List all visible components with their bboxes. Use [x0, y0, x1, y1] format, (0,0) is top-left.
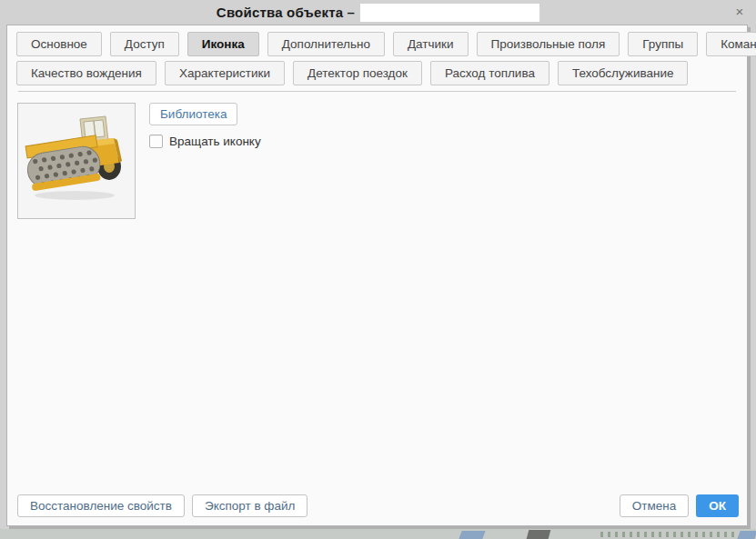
tab-access[interactable]: Доступ — [110, 32, 179, 56]
library-button[interactable]: Библиотека — [149, 103, 237, 125]
tab-commands[interactable]: Команды — [706, 32, 756, 56]
dialog-footer: Восстановление свойств Экспорт в файл От… — [17, 494, 739, 517]
tab-bar: Основное Доступ Иконка Дополнительно Дат… — [7, 25, 747, 92]
ok-button[interactable]: ОК — [696, 494, 739, 517]
tab-row-2: Качество вождения Характеристики Детекто… — [16, 61, 738, 85]
background-page-strip — [0, 529, 756, 539]
tab-icon[interactable]: Иконка — [187, 32, 259, 56]
background-artifact — [459, 531, 485, 539]
background-artifact — [737, 531, 756, 539]
object-name-redacted — [360, 4, 539, 22]
background-artifact — [527, 530, 551, 539]
tab-custom-fields[interactable]: Произвольные поля — [477, 32, 620, 56]
rotate-icon-label: Вращать иконку — [169, 135, 261, 148]
tab-trip-detector[interactable]: Детектор поездок — [293, 61, 422, 85]
object-properties-dialog: Основное Доступ Иконка Дополнительно Дат… — [6, 25, 748, 526]
rotate-icon-option[interactable]: Вращать иконку — [149, 135, 261, 148]
tab-maintenance[interactable]: Техобслуживание — [558, 61, 689, 85]
tab-characteristics[interactable]: Характеристики — [165, 61, 285, 85]
export-to-file-button[interactable]: Экспорт в файл — [192, 494, 307, 517]
tab-row-1: Основное Доступ Иконка Дополнительно Дат… — [16, 32, 738, 56]
icon-options: Библиотека Вращать иконку — [149, 103, 261, 148]
tab-main[interactable]: Основное — [16, 32, 102, 56]
icon-tab-content: Библиотека Вращать иконку — [7, 92, 747, 219]
tab-fuel-consumption[interactable]: Расход топлива — [430, 61, 549, 85]
close-icon[interactable]: × — [731, 4, 748, 20]
cancel-button[interactable]: Отмена — [620, 494, 689, 517]
tab-sensors[interactable]: Датчики — [393, 32, 469, 56]
restore-properties-button[interactable]: Восстановление свойств — [17, 494, 185, 517]
tab-groups[interactable]: Группы — [628, 32, 698, 56]
tab-advanced[interactable]: Дополнительно — [267, 32, 385, 56]
tab-driving-quality[interactable]: Качество вождения — [16, 61, 156, 85]
rotate-icon-checkbox[interactable] — [149, 135, 163, 148]
dialog-titlebar: Свойства объекта – × — [0, 0, 756, 25]
roller-compactor-icon — [24, 110, 129, 212]
dialog-title: Свойства объекта – — [217, 5, 355, 20]
background-artifact — [600, 532, 737, 537]
unit-icon-preview — [17, 103, 136, 219]
